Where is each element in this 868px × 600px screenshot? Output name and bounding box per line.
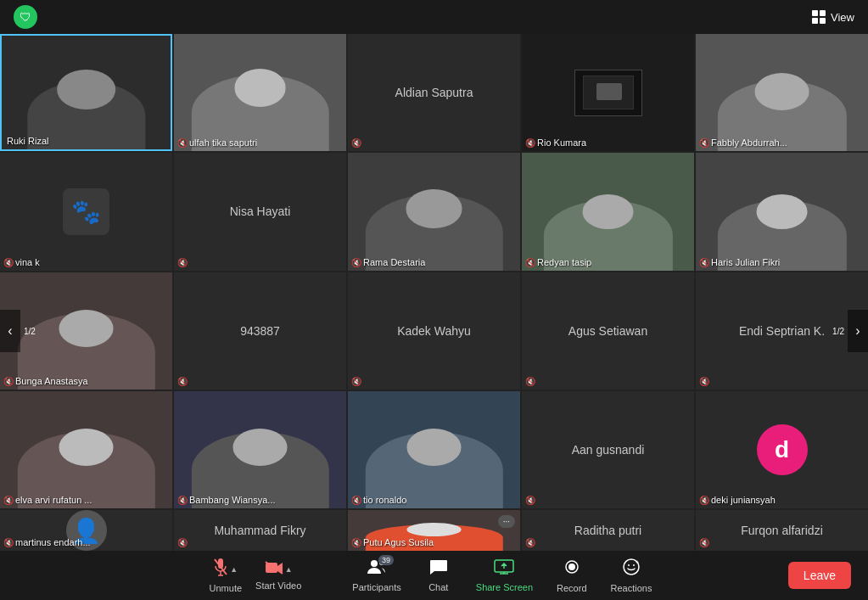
grid-icon [812, 10, 826, 24]
video-cell[interactable]: Kadek Wahyu 🔇 [348, 272, 520, 390]
participant-name-only: Nisa Hayati [230, 205, 291, 218]
mute-icon: 🔇 [177, 138, 188, 148]
participant-name: Fabbly Abdurrah... [711, 137, 787, 148]
participant-name-only: Endi Septrian K. [739, 324, 825, 338]
page-indicator-right: 1/2 [832, 326, 844, 335]
mute-icon: 🔇 [177, 496, 188, 505]
mute-icon: 🔇 [525, 138, 535, 148]
participant-name: Putu Agus Susila [363, 537, 434, 547]
participant-name-only: Aldian Saputra [395, 86, 473, 99]
video-cell[interactable]: Raditha putri 🔇 [522, 510, 694, 551]
participant-name: Ruki Rizal [7, 136, 49, 146]
mute-icon: 🔇 [177, 258, 188, 267]
video-cell[interactable]: 🔇 Bambang Wiansya... [174, 391, 346, 508]
record-button[interactable]: Record [545, 554, 598, 597]
mute-icon: 🔇 [699, 538, 709, 547]
mic-muted-icon [213, 558, 228, 580]
video-cell[interactable]: Muhammad Fikry 🔇 [174, 510, 346, 551]
start-video-label: Start Video [255, 580, 301, 591]
view-label: View [831, 11, 854, 24]
participant-name: Rio Kumara [537, 137, 586, 148]
video-cell[interactable]: 🔇 ulfah tika saputri [174, 34, 346, 151]
mute-icon: 🔇 [525, 377, 535, 386]
video-cell[interactable]: 👤 🔇 martinus endarh... [0, 510, 172, 551]
mute-icon: 🔇 [351, 138, 361, 148]
record-icon [563, 558, 581, 580]
video-cell[interactable]: 🔇 Redyan tasip [522, 153, 694, 270]
video-cell[interactable]: Nisa Hayati 🔇 [174, 153, 346, 270]
participant-name: Haris Julian Fikri [711, 257, 780, 267]
mute-icon: 🔇 [525, 538, 535, 547]
video-cell[interactable]: 🐾 🔇 vina k [0, 153, 172, 270]
video-cell[interactable]: 🔇 elva arvi rufatun ... [0, 391, 172, 508]
video-cell[interactable]: Ruki Rizal [0, 34, 172, 151]
video-cell[interactable]: ‹ 1/2 🔇 Bunga Anastasya [0, 272, 172, 390]
video-caret[interactable]: ▲ [285, 565, 293, 574]
participants-button[interactable]: 39 Participants [340, 555, 412, 596]
mute-icon: 🔇 [699, 258, 709, 267]
reactions-button[interactable]: + Reactions [599, 554, 664, 597]
mute-icon: 🔇 [3, 377, 14, 386]
mute-icon: 🔇 [525, 258, 535, 267]
start-video-button[interactable]: ▲ Start Video [250, 558, 306, 594]
video-cell[interactable]: 🔇 Fabbly Abdurrah... [696, 34, 868, 151]
video-cell[interactable]: 🔇 Haris Julian Fikri [696, 153, 868, 270]
svg-text:+: + [636, 559, 639, 565]
participants-icon: 39 [367, 558, 387, 580]
mute-icon: 🔇 [699, 496, 709, 505]
participant-name-only: Aan gusnandi [572, 443, 645, 457]
video-cell[interactable]: Aldian Saputra 🔇 [348, 34, 520, 151]
video-cell[interactable]: ··· 🔇 Putu Agus Susila [348, 510, 520, 551]
participant-name: deki juniansyah [711, 495, 776, 505]
participant-name: vina k [15, 257, 40, 267]
mute-icon: 🔇 [177, 377, 188, 386]
video-cell[interactable]: Agus Setiawan 🔇 [522, 272, 694, 390]
reactions-label: Reactions [611, 583, 652, 593]
video-grid: Ruki Rizal 🔇 ulfah tika saputri Aldian S… [0, 34, 868, 551]
participant-name: elva arvi rufatun ... [15, 495, 92, 505]
video-cell[interactable]: 943887 🔇 [174, 272, 346, 390]
svg-point-14 [628, 564, 630, 566]
mute-icon: 🔇 [351, 496, 361, 505]
participant-name-only: Kadek Wahyu [397, 324, 471, 338]
record-label: Record [557, 583, 586, 593]
svg-point-6 [371, 560, 378, 567]
participant-name: Bunga Anastasya [15, 376, 88, 386]
reactions-icon: + [622, 558, 641, 580]
mute-icon: 🔇 [351, 538, 361, 547]
participants-count: 39 [378, 555, 394, 565]
share-screen-icon [494, 558, 514, 580]
chat-icon [429, 558, 448, 580]
shield-icon: 🛡 [14, 5, 37, 29]
chat-label: Chat [428, 582, 448, 592]
unmute-button[interactable]: ▲ Unmute [204, 554, 248, 597]
share-screen-label: Share Screen [476, 582, 533, 592]
participant-name-only: 943887 [240, 324, 280, 338]
video-cell[interactable]: d 🔇 deki juniansyah [696, 391, 868, 508]
participant-name-only: Agus Setiawan [568, 324, 647, 338]
svg-point-15 [633, 564, 635, 566]
nav-next-button[interactable]: › [848, 310, 868, 352]
unmute-label: Unmute [210, 583, 243, 593]
mute-icon: 🔇 [525, 496, 535, 505]
svg-rect-4 [266, 563, 277, 573]
unmute-caret[interactable]: ▲ [230, 565, 238, 574]
view-button[interactable]: View [812, 10, 854, 24]
three-dots-menu[interactable]: ··· [498, 515, 515, 528]
video-cell[interactable]: Furqon alfaridzi 🔇 [696, 510, 868, 551]
participant-name-only: Muhammad Fikry [214, 524, 305, 537]
video-cell[interactable]: 🔇 Rama Destaria [348, 153, 520, 270]
svg-point-12 [568, 564, 575, 570]
camera-muted-icon [265, 561, 283, 578]
video-cell[interactable]: 🔇 tio ronaldo [348, 391, 520, 508]
share-screen-button[interactable]: Share Screen [464, 555, 545, 596]
video-cell[interactable]: Endi Septrian K. › 1/2 🔇 [696, 272, 868, 390]
chat-button[interactable]: Chat [413, 555, 464, 596]
video-cell[interactable]: 🔇 Rio Kumara [522, 34, 694, 151]
participant-name-only: Furqon alfaridzi [741, 524, 823, 537]
mute-icon: 🔇 [3, 258, 14, 267]
leave-button[interactable]: Leave [788, 562, 851, 589]
video-cell[interactable]: Aan gusnandi 🔇 [522, 391, 694, 508]
nav-prev-button[interactable]: ‹ [0, 310, 20, 352]
page-indicator-left: 1/2 [24, 326, 36, 335]
